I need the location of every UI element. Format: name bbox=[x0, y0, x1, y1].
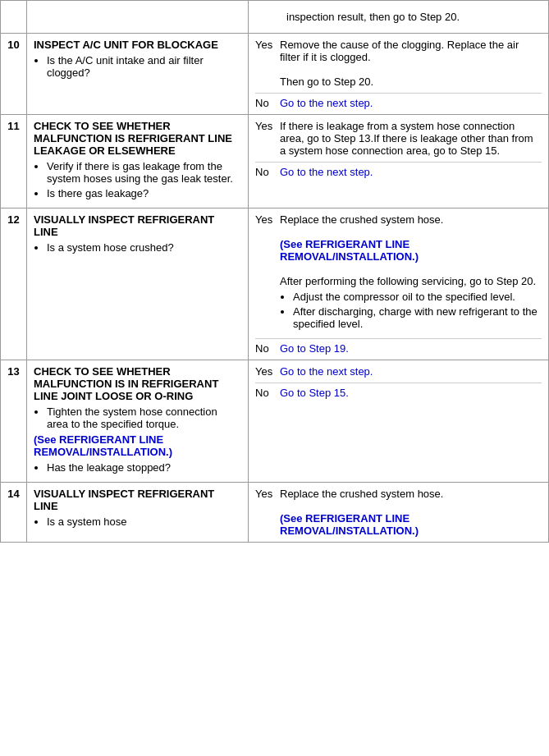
action-cell: VISUALLY INSPECT REFRIGERANT LINE Is a s… bbox=[27, 208, 249, 360]
table-row: 13 CHECK TO SEE WHETHER MALFUNCTION IS I… bbox=[1, 360, 549, 483]
list-item: Is the A/C unit intake and air filter cl… bbox=[47, 54, 241, 79]
action-title: VISUALLY INSPECT REFRIGERANT LINE bbox=[34, 488, 241, 512]
list-item: Has the leakage stopped? bbox=[47, 461, 241, 474]
action-title: INSPECT A/C UNIT FOR BLOCKAGE bbox=[34, 39, 241, 51]
step-number: 10 bbox=[1, 34, 27, 115]
yn-yes: Yes bbox=[255, 365, 280, 383]
result-yes-text: Replace the crushed system hose. (See RE… bbox=[280, 213, 542, 339]
list-item: Adjust the compressor oil to the specifi… bbox=[293, 291, 542, 303]
result-cell: Yes Remove the cause of the clogging. Re… bbox=[249, 34, 549, 115]
action-cell: CHECK TO SEE WHETHER MALFUNCTION IS REFR… bbox=[27, 115, 249, 208]
step-number: 14 bbox=[1, 483, 27, 543]
result-cell: Yes Replace the crushed system hose. (Se… bbox=[249, 483, 549, 543]
action-bullets: Is the A/C unit intake and air filter cl… bbox=[47, 54, 241, 79]
step-number: 12 bbox=[1, 208, 27, 360]
table-row: 12 VISUALLY INSPECT REFRIGERANT LINE Is … bbox=[1, 208, 549, 360]
action-cell: CHECK TO SEE WHETHER MALFUNCTION IS IN R… bbox=[27, 360, 249, 483]
result-yes-text: Go to the next step. bbox=[280, 365, 542, 383]
result-cell: Yes Go to the next step. No Go to Step 1… bbox=[249, 360, 549, 483]
step-number: 13 bbox=[1, 360, 27, 483]
result-yes-text: If there is leakage from a system hose c… bbox=[280, 120, 542, 163]
result-yes-text: Replace the crushed system hose. (See RE… bbox=[280, 488, 542, 537]
result-no-text: Go to Step 15. bbox=[280, 383, 542, 400]
result-cell: inspection result, then go to Step 20. bbox=[249, 1, 549, 34]
yn-yes: Yes bbox=[255, 488, 280, 537]
action-bullets: Verify if there is gas leakage from the … bbox=[47, 160, 241, 199]
yn-no: No bbox=[255, 383, 280, 400]
diagnostic-table: inspection result, then go to Step 20. 1… bbox=[0, 0, 549, 543]
result-no-text: Go to the next step. bbox=[280, 163, 542, 179]
list-item: Is a system hose crushed? bbox=[47, 241, 241, 254]
yn-no: No bbox=[255, 94, 280, 110]
yn-yes: Yes bbox=[255, 120, 280, 163]
result-cell: Yes If there is leakage from a system ho… bbox=[249, 115, 549, 208]
action-title: CHECK TO SEE WHETHER MALFUNCTION IS IN R… bbox=[34, 365, 241, 402]
yn-yes: Yes bbox=[255, 39, 280, 94]
table-row: 10 INSPECT A/C UNIT FOR BLOCKAGE Is the … bbox=[1, 34, 549, 115]
yn-no: No bbox=[255, 163, 280, 179]
result-no-text: Go to the next step. bbox=[280, 94, 542, 110]
action-title: CHECK TO SEE WHETHER MALFUNCTION IS REFR… bbox=[34, 120, 241, 157]
action-bullets2: Has the leakage stopped? bbox=[47, 461, 241, 474]
list-item: Is there gas leakage? bbox=[47, 187, 241, 199]
table-row: 14 VISUALLY INSPECT REFRIGERANT LINE Is … bbox=[1, 483, 549, 543]
action-cell: INSPECT A/C UNIT FOR BLOCKAGE Is the A/C… bbox=[27, 34, 249, 115]
result-text: inspection result, then go to Step 20. bbox=[280, 6, 542, 28]
yn-no: No bbox=[255, 339, 280, 355]
list-item: Is a system hose bbox=[47, 515, 241, 528]
table-row: inspection result, then go to Step 20. bbox=[1, 1, 549, 34]
step-number: 11 bbox=[1, 115, 27, 208]
action-bullets: Is a system hose crushed? bbox=[47, 241, 241, 254]
list-item: After discharging, charge with new refri… bbox=[293, 305, 542, 330]
service-bullets: Adjust the compressor oil to the specifi… bbox=[293, 291, 542, 330]
action-cell: VISUALLY INSPECT REFRIGERANT LINE Is a s… bbox=[27, 483, 249, 543]
action-cell bbox=[27, 1, 249, 34]
list-item: Verify if there is gas leakage from the … bbox=[47, 160, 241, 185]
step-number bbox=[1, 1, 27, 34]
action-title: VISUALLY INSPECT REFRIGERANT LINE bbox=[34, 213, 241, 238]
yn-label bbox=[255, 6, 280, 28]
result-yes-text: Remove the cause of the clogging. Replac… bbox=[280, 39, 542, 94]
action-bullets: Is a system hose bbox=[47, 515, 241, 528]
action-bullets: Tighten the system hose connection area … bbox=[47, 405, 241, 430]
ref-link: (See REFRIGERANT LINE REMOVAL/INSTALLATI… bbox=[280, 238, 419, 263]
list-item: Tighten the system hose connection area … bbox=[47, 405, 241, 430]
action-ref: (See REFRIGERANT LINE REMOVAL/INSTALLATI… bbox=[34, 433, 241, 458]
yn-yes: Yes bbox=[255, 213, 280, 339]
result-cell: Yes Replace the crushed system hose. (Se… bbox=[249, 208, 549, 360]
ref-link: (See REFRIGERANT LINE REMOVAL/INSTALLATI… bbox=[280, 512, 419, 537]
table-row: 11 CHECK TO SEE WHETHER MALFUNCTION IS R… bbox=[1, 115, 549, 208]
result-no-text: Go to Step 19. bbox=[280, 339, 542, 355]
